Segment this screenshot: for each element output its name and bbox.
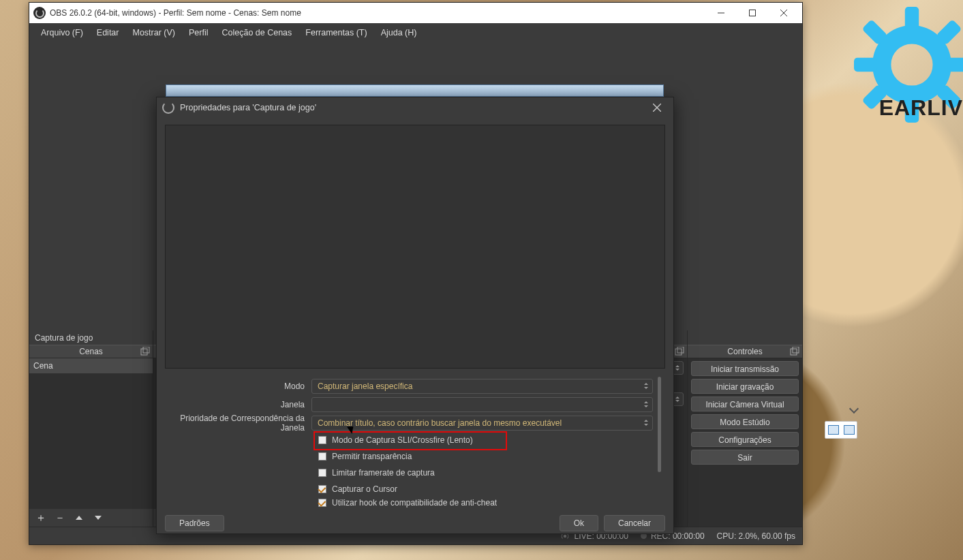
select-prioridade[interactable]: Combinar título, caso contrário buscar j… — [311, 416, 653, 431]
panel-controles: Controles Iniciar transmissão Iniciar gr… — [688, 330, 802, 527]
label-prioridade: Prioridade de Correspondência da Janela — [165, 414, 311, 433]
scene-row[interactable]: Cena — [29, 358, 153, 373]
svg-rect-10 — [750, 10, 756, 16]
checkbox-icon — [318, 499, 326, 507]
menu-perfil[interactable]: Perfil — [183, 25, 214, 40]
exit-button[interactable]: Sair — [691, 450, 799, 465]
dialog-preview — [165, 125, 665, 369]
svg-rect-3 — [854, 58, 877, 72]
popout-icon[interactable] — [140, 347, 150, 356]
svg-rect-4 — [947, 58, 963, 72]
dialog-title: Propriedades para 'Captura de jogo' — [180, 103, 316, 112]
checkbox-sli[interactable]: Modo de Captura SLI/Crossfire (Lento) — [165, 432, 653, 448]
svg-rect-27 — [677, 347, 684, 353]
select-modo[interactable]: Capturar janela específica — [311, 379, 653, 394]
start-record-button[interactable]: Iniciar gravação — [691, 379, 799, 394]
source-item-label[interactable]: Captura de jogo — [29, 330, 153, 345]
dialog-titlebar: Propriedades para 'Captura de jogo' — [157, 97, 673, 118]
ok-button[interactable]: Ok — [560, 515, 598, 531]
svg-rect-29 — [791, 349, 797, 355]
status-cpu: CPU: 2.0%, 60.00 fps — [717, 531, 795, 541]
label-modo: Modo — [165, 382, 311, 391]
obs-main-window: OBS 26.0.2 (64-bit, windows) - Perfil: S… — [29, 2, 803, 545]
studio-mode-button[interactable]: Modo Estúdio — [691, 414, 799, 429]
svg-point-0 — [882, 35, 942, 95]
menubar: Arquivo (F) Editar Mostrar (V) Perfil Co… — [29, 23, 802, 42]
brand-text: EARLIV — [879, 95, 963, 121]
popout-icon[interactable] — [790, 347, 799, 356]
checkbox-icon — [318, 436, 326, 444]
checkbox-icon — [318, 485, 326, 493]
properties-dialog: Propriedades para 'Captura de jogo' Modo… — [156, 97, 674, 534]
view-toggle-buttons[interactable] — [825, 421, 857, 439]
obs-app-icon — [33, 7, 46, 19]
menu-mostrar[interactable]: Mostrar (V) — [126, 25, 181, 40]
dialog-close-button[interactable] — [643, 97, 671, 118]
maximize-button[interactable] — [737, 3, 768, 23]
popout-icon[interactable] — [675, 347, 684, 356]
checkbox-framerate[interactable]: Limitar framerate de captura — [165, 465, 653, 481]
menu-editar[interactable]: Editar — [91, 25, 125, 40]
move-up-button[interactable] — [73, 512, 85, 524]
scrollbar-thumb[interactable] — [658, 377, 661, 472]
defaults-button[interactable]: Padrões — [165, 515, 224, 531]
svg-rect-14 — [143, 347, 149, 353]
close-button[interactable] — [768, 3, 799, 23]
obs-icon — [162, 102, 174, 114]
checkbox-anticheat[interactable]: Utilizar hook de compatibilidade de anti… — [165, 497, 653, 508]
menu-ajuda[interactable]: Ajuda (H) — [375, 25, 423, 40]
menu-arquivo[interactable]: Arquivo (F) — [35, 25, 89, 40]
svg-rect-1 — [905, 7, 919, 30]
preview-window-stub — [166, 84, 664, 97]
settings-button[interactable]: Configurações — [691, 432, 799, 447]
svg-rect-30 — [793, 347, 799, 353]
checkbox-icon — [318, 469, 326, 477]
menu-ferramentas[interactable]: Ferramentas (T) — [299, 25, 373, 40]
remove-scene-button[interactable]: － — [54, 512, 66, 524]
checkbox-icon — [318, 452, 326, 461]
select-janela[interactable] — [311, 397, 653, 412]
svg-rect-13 — [141, 349, 147, 355]
window-title: OBS 26.0.2 (64-bit, windows) - Perfil: S… — [50, 8, 301, 18]
add-scene-button[interactable]: ＋ — [35, 512, 47, 524]
cancel-button[interactable]: Cancelar — [604, 515, 665, 531]
titlebar: OBS 26.0.2 (64-bit, windows) - Perfil: S… — [29, 3, 802, 23]
svg-rect-26 — [675, 349, 682, 355]
label-janela: Janela — [165, 400, 311, 409]
move-down-button[interactable] — [92, 512, 104, 524]
panel-header-cenas: Cenas — [29, 345, 153, 358]
checkbox-cursor[interactable]: Capturar o Cursor — [165, 481, 653, 497]
start-virtualcam-button[interactable]: Iniciar Câmera Virtual — [691, 396, 799, 411]
panel-cenas: Captura de jogo Cenas Cena ＋ － — [29, 330, 153, 527]
start-stream-button[interactable]: Iniciar transmissão — [691, 361, 799, 376]
minimize-button[interactable] — [705, 3, 737, 23]
menu-colecao[interactable]: Coleção de Cenas — [215, 25, 298, 40]
panel-header-controles: Controles — [688, 345, 802, 358]
checkbox-transparencia[interactable]: Permitir transparência — [165, 448, 653, 465]
